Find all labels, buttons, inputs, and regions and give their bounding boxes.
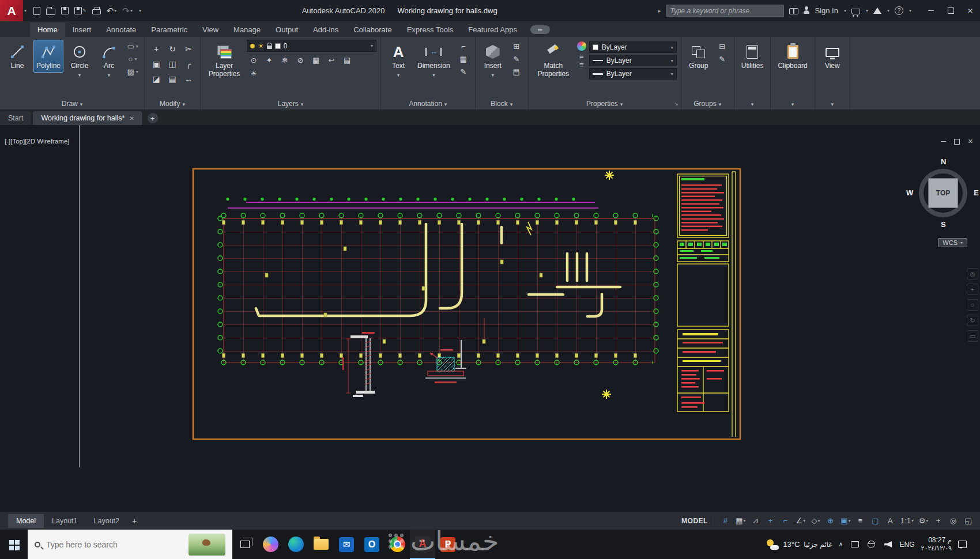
view-panel-label[interactable] xyxy=(815,97,850,109)
polyline-tool[interactable]: Polyline xyxy=(33,40,63,73)
doc-restore-button[interactable] xyxy=(954,139,960,145)
layer-isolate-icon[interactable]: ✦ xyxy=(262,54,276,66)
clock[interactable]: 08:27 م ٢٠٢٤/١٢/٠٩ xyxy=(921,536,952,553)
tab-document[interactable]: Working drawing for halls* xyxy=(33,111,142,125)
orbit-icon[interactable]: ↻ xyxy=(967,315,978,326)
steering-wheel-icon[interactable]: ◎ xyxy=(967,268,978,280)
arc-caret-icon[interactable] xyxy=(108,71,110,79)
edge-button[interactable] xyxy=(283,530,308,559)
polar-tracking-icon[interactable]: ∠▾ xyxy=(794,515,808,527)
clipboard-panel-label[interactable] xyxy=(771,97,814,109)
drawing-viewport[interactable]: [-][Top][2D Wireframe] xyxy=(0,125,980,512)
user-icon[interactable] xyxy=(804,9,809,15)
infer-constraints-icon[interactable]: ⊿ xyxy=(749,515,763,527)
move-icon[interactable]: + xyxy=(149,42,164,56)
osnap-tracking-icon[interactable]: ⊕ xyxy=(824,515,838,527)
layer-lock-icon[interactable]: ⊘ xyxy=(293,54,307,66)
table-icon[interactable]: ▦ xyxy=(456,54,471,64)
logo-caret-icon[interactable]: ▾ xyxy=(24,8,27,13)
autocad-logo-icon[interactable] xyxy=(0,0,23,21)
circle-tool[interactable]: Circle xyxy=(66,40,93,81)
doc-close-button[interactable] xyxy=(968,138,973,145)
match-properties-button[interactable]: Match Properties xyxy=(533,40,574,81)
outlook-button[interactable] xyxy=(359,530,385,559)
maximize-button[interactable] xyxy=(941,0,960,21)
linetype-caret-icon[interactable]: ▾ xyxy=(671,58,673,63)
groups-panel-label[interactable]: Groups xyxy=(681,97,734,109)
tab-model[interactable]: Model xyxy=(8,514,44,528)
volume-icon[interactable] xyxy=(883,539,894,550)
utilities-button[interactable]: Utilities xyxy=(738,40,767,73)
ungroup-icon[interactable]: ⊟ xyxy=(715,41,730,51)
wcs-dropdown[interactable]: WCS xyxy=(938,238,967,247)
chrome-button[interactable] xyxy=(385,530,410,559)
mirror-icon[interactable]: ◫ xyxy=(165,57,180,71)
layer-dropdown[interactable]: ☀ 0 ▾ xyxy=(247,40,376,52)
erase-icon[interactable]: ◪ xyxy=(149,72,164,86)
ribbon-tab[interactable]: Featured Apps xyxy=(461,22,525,37)
layer-dropdown-caret-icon[interactable]: ▾ xyxy=(371,43,373,48)
ribbon-tab[interactable]: Manage xyxy=(226,22,268,37)
group-edit-icon[interactable]: ✎ xyxy=(715,54,730,64)
ellipse-tool-icon[interactable]: ○▾ xyxy=(125,54,140,64)
markup-icon[interactable]: ✎ xyxy=(456,66,471,77)
clean-screen-icon[interactable]: ◱ xyxy=(962,515,975,527)
osnap-icon[interactable]: ▣▾ xyxy=(839,515,853,527)
stretch-icon[interactable]: ↔ xyxy=(181,72,196,86)
text-caret-icon[interactable] xyxy=(397,71,399,79)
layers-panel-label[interactable]: Layers xyxy=(201,97,380,109)
doc-minimize-button[interactable] xyxy=(941,141,946,142)
cart-caret-icon[interactable]: ▾ xyxy=(866,8,868,13)
draw-panel-label[interactable]: Draw xyxy=(0,97,144,109)
clipboard-button[interactable]: Clipboard xyxy=(775,40,810,73)
layer-freeze-icon[interactable]: ❄ xyxy=(278,54,292,66)
lineweight-icon[interactable]: ≡ xyxy=(854,515,868,527)
tab-layout1[interactable]: Layout1 xyxy=(44,514,85,528)
linetype-dropdown[interactable]: ByLayer ▾ xyxy=(589,55,677,66)
isolate-objects-icon[interactable]: ◎ xyxy=(947,515,960,527)
autodesk-caret-icon[interactable]: ▾ xyxy=(887,8,889,13)
hatch-tool-icon[interactable]: ▨▾ xyxy=(125,66,140,77)
dynamic-input-icon[interactable]: + xyxy=(764,515,778,527)
lineweight-dropdown[interactable]: ByLayer ▾ xyxy=(589,68,677,80)
autocad-taskbar-button[interactable] xyxy=(410,530,435,559)
ribbon-tab[interactable]: Collaborate xyxy=(346,22,399,37)
search-binoculars-icon[interactable] xyxy=(789,8,798,14)
ribbon-tab[interactable]: Output xyxy=(268,22,306,37)
sign-in-button[interactable]: Sign In xyxy=(815,6,838,15)
tab-start[interactable]: Start xyxy=(0,111,32,125)
tray-overflow-icon[interactable]: ∧ xyxy=(839,541,843,548)
viewport-controls-label[interactable]: [-][Top][2D Wireframe] xyxy=(5,138,69,145)
multileader-icon[interactable]: ⌐ xyxy=(456,41,471,51)
ribbon-tab[interactable]: Express Tools xyxy=(399,22,461,37)
scale-value[interactable]: 1:1▾ xyxy=(899,515,915,527)
line-tool[interactable]: Line xyxy=(4,40,31,73)
color-wheel-icon[interactable] xyxy=(577,41,586,51)
text-tool[interactable]: Text xyxy=(385,40,412,81)
close-button[interactable] xyxy=(960,0,980,21)
layer-match-icon[interactable]: ▦ xyxy=(309,54,323,66)
plot-icon[interactable] xyxy=(92,5,101,17)
ribbon-tab[interactable]: Insert xyxy=(65,22,99,37)
viewcube[interactable]: TOP N S W E xyxy=(909,158,978,228)
layer-off-icon[interactable]: ⊙ xyxy=(247,54,261,66)
layer-walk-icon[interactable]: ☀ xyxy=(247,67,261,79)
save-icon[interactable] xyxy=(61,5,69,17)
new-layout-button[interactable]: + xyxy=(127,516,141,526)
weather-widget[interactable]: 13°C غائم جزئيا xyxy=(766,539,832,550)
powerpoint-button[interactable] xyxy=(435,530,461,559)
minimize-button[interactable] xyxy=(921,0,941,21)
display-icon[interactable] xyxy=(850,539,860,550)
language-indicator[interactable]: ENG xyxy=(900,541,915,549)
utilities-panel-label[interactable] xyxy=(734,97,771,109)
block-attributes-icon[interactable]: ▤ xyxy=(509,66,524,77)
view-button[interactable]: View xyxy=(819,40,846,73)
copilot-button[interactable] xyxy=(258,530,283,559)
taskbar-search[interactable] xyxy=(28,530,232,559)
grid-icon[interactable]: # xyxy=(719,515,733,527)
task-view-button[interactable] xyxy=(232,530,258,559)
autodesk-mark-icon[interactable] xyxy=(873,7,881,14)
ribbon-tab[interactable]: Home xyxy=(30,22,65,37)
tab-close-icon[interactable] xyxy=(129,114,134,122)
rotate-icon[interactable]: ↻ xyxy=(165,42,180,56)
